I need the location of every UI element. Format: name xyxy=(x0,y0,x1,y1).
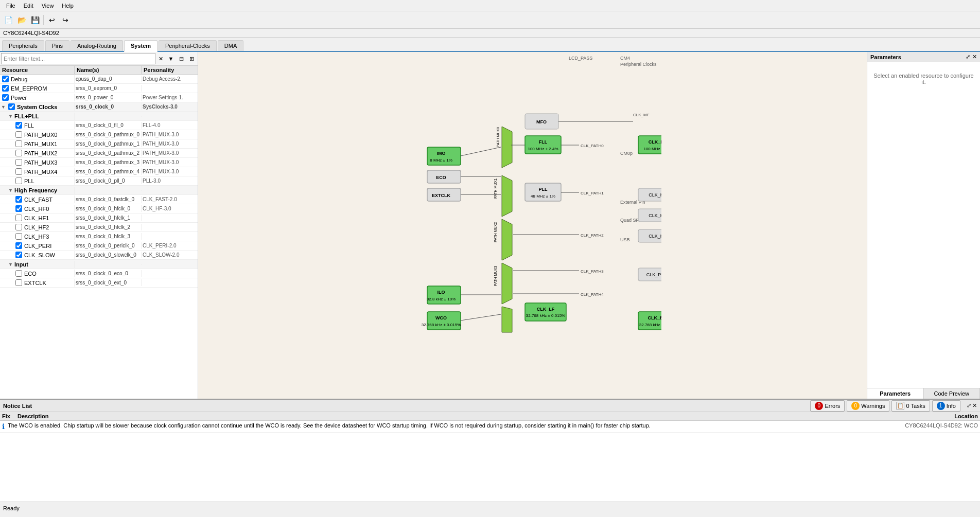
label-debug: Debug xyxy=(11,76,27,82)
check-path-mux0[interactable] xyxy=(15,131,22,138)
header-personality: Personality xyxy=(142,66,198,74)
info-button[interactable]: 1 Info xyxy=(932,400,960,412)
check-path-mux2[interactable] xyxy=(15,150,22,156)
notice-maximize[interactable]: ⤢ xyxy=(967,402,971,409)
svg-text:CM0p: CM0p xyxy=(620,151,633,156)
menu-file[interactable]: File xyxy=(2,2,20,10)
svg-text:CM4: CM4 xyxy=(620,56,630,61)
new-button[interactable]: 📄 xyxy=(2,14,14,26)
row-path-mux0[interactable]: PATH_MUX0 srss_0_clock_0_pathmux_0 PATH_… xyxy=(0,130,198,139)
check-path-mux3[interactable] xyxy=(15,159,22,166)
row-debug[interactable]: Debug cpuss_0_dap_0 Debug Access-2. xyxy=(0,75,198,84)
svg-text:CLK_HF0: CLK_HF0 xyxy=(649,139,661,145)
tab-peripherals[interactable]: Peripherals xyxy=(2,40,44,51)
row-clk-slow[interactable]: CLK_SLOW srss_0_clock_0_slowclk_0 CLK_SL… xyxy=(0,251,198,260)
check-power[interactable] xyxy=(2,94,9,101)
errors-label: Errors xyxy=(825,403,840,409)
personality-pll: PLL-3.0 xyxy=(142,177,198,184)
right-panel-maximize[interactable]: ⤢ xyxy=(966,54,970,60)
row-fll[interactable]: FLL srss_0_clock_0_fll_0 FLL-4.0 xyxy=(0,121,198,130)
row-high-frequency[interactable]: ▼ High Frequency xyxy=(0,186,198,195)
check-system-clocks[interactable] xyxy=(8,103,15,110)
svg-text:Peripheral Clocks: Peripheral Clocks xyxy=(620,62,657,67)
row-clk-hf3[interactable]: CLK_HF3 srss_0_clock_0_hfclk_3 xyxy=(0,232,198,241)
row-input[interactable]: ▼ Input xyxy=(0,260,198,269)
info-badge: 1 xyxy=(937,402,945,410)
check-extclk[interactable] xyxy=(15,279,22,286)
row-extclk[interactable]: EXTCLK srss_0_clock_0_ext_0 xyxy=(0,278,198,288)
check-clk-fast[interactable] xyxy=(15,196,22,203)
personality-path-mux4: PATH_MUX-3.0 xyxy=(142,168,198,175)
menu-help[interactable]: Help xyxy=(58,2,78,10)
check-clk-hf1[interactable] xyxy=(15,215,22,221)
right-panel-message: Select an enabled resource to configure … xyxy=(871,73,976,85)
row-eco[interactable]: ECO srss_0_clock_0_eco_0 xyxy=(0,269,198,278)
clear-filter-button[interactable]: ✕ xyxy=(155,54,166,64)
name-pll: srss_0_clock_0_pll_0 xyxy=(75,177,142,184)
check-pll[interactable] xyxy=(15,177,22,184)
row-clk-hf0[interactable]: CLK_HF0 srss_0_clock_0_hfclk_0 CLK_HF-3.… xyxy=(0,204,198,213)
name-clk-fast: srss_0_clock_0_fastclk_0 xyxy=(75,196,142,203)
svg-text:CLK_HF2: CLK_HF2 xyxy=(649,213,661,218)
name-input xyxy=(75,264,142,265)
tab-parameters[interactable]: Parameters xyxy=(867,388,924,399)
tasks-button[interactable]: 📋 0 Tasks xyxy=(891,400,930,412)
svg-text:CLK_LF: CLK_LF xyxy=(537,307,555,312)
name-path-mux0: srss_0_clock_0_pathmux_0 xyxy=(75,131,142,138)
check-clk-hf3[interactable] xyxy=(15,233,22,240)
row-path-mux2[interactable]: PATH_MUX2 srss_0_clock_0_pathmux_2 PATH_… xyxy=(0,149,198,158)
check-em-eeprom[interactable] xyxy=(2,85,9,92)
right-panel-close[interactable]: ✕ xyxy=(972,54,977,60)
menu-view[interactable]: View xyxy=(38,2,58,10)
notice-header: Notice List 0 Errors 0 Warnings 📋 0 Task… xyxy=(0,400,980,412)
tab-dma[interactable]: DMA xyxy=(218,40,243,51)
check-clk-peri[interactable] xyxy=(15,242,22,249)
row-clk-hf1[interactable]: CLK_HF1 srss_0_clock_0_hfclk_1 xyxy=(0,213,198,223)
tab-peripheral-clocks[interactable]: Peripheral-Clocks xyxy=(159,40,217,51)
tasks-label: Tasks xyxy=(911,403,925,409)
notice-close[interactable]: ✕ xyxy=(972,402,977,409)
check-path-mux4[interactable] xyxy=(15,168,22,175)
filter-options-button[interactable]: ▼ xyxy=(166,54,176,64)
errors-button[interactable]: 0 Errors xyxy=(810,400,845,412)
check-clk-hf0[interactable] xyxy=(15,205,22,212)
check-fll[interactable] xyxy=(15,122,22,129)
check-eco[interactable] xyxy=(15,270,22,277)
row-clk-hf2[interactable]: CLK_HF2 srss_0_clock_0_hfclk_2 xyxy=(0,223,198,232)
menu-edit[interactable]: Edit xyxy=(20,2,38,10)
search-input[interactable] xyxy=(1,53,155,64)
check-clk-hf2[interactable] xyxy=(15,224,22,230)
row-path-mux1[interactable]: PATH_MUX1 srss_0_clock_0_pathmux_1 PATH_… xyxy=(0,139,198,149)
tab-code-preview[interactable]: Code Preview xyxy=(924,388,981,399)
label-clk-hf0: CLK_HF0 xyxy=(24,206,49,212)
personality-clk-hf3 xyxy=(142,236,198,237)
expand-button[interactable]: ⊞ xyxy=(186,54,197,64)
row-clk-fast[interactable]: CLK_FAST srss_0_clock_0_fastclk_0 CLK_FA… xyxy=(0,195,198,204)
check-path-mux1[interactable] xyxy=(15,140,22,147)
row-path-mux3[interactable]: PATH_MUX3 srss_0_clock_0_pathmux_3 PATH_… xyxy=(0,158,198,167)
row-system-clocks[interactable]: ▼ System Clocks srss_0_clock_0 SysClocks… xyxy=(0,102,198,112)
check-debug[interactable] xyxy=(2,76,9,82)
row-power[interactable]: Power srss_0_power_0 Power Settings-1. xyxy=(0,93,198,102)
tab-system[interactable]: System xyxy=(124,40,157,52)
warnings-button[interactable]: 0 Warnings xyxy=(847,400,889,412)
row-em-eeprom[interactable]: EM_EEPROM srss_0_eeprom_0 xyxy=(0,84,198,93)
notice-location: CY8C6244LQI-S4D92: WCO xyxy=(834,422,978,429)
collapse-button[interactable]: ⊟ xyxy=(176,54,186,64)
tab-analog-routing[interactable]: Analog-Routing xyxy=(71,40,123,51)
save-button[interactable]: 💾 xyxy=(29,14,41,26)
check-clk-slow[interactable] xyxy=(15,252,22,258)
personality-high-frequency xyxy=(142,190,198,191)
row-path-mux4[interactable]: PATH_MUX4 srss_0_clock_0_pathmux_4 PATH_… xyxy=(0,167,198,176)
redo-button[interactable]: ↪ xyxy=(59,14,72,26)
row-pll[interactable]: PLL srss_0_clock_0_pll_0 PLL-3.0 xyxy=(0,176,198,186)
open-button[interactable]: 📂 xyxy=(15,14,28,26)
right-panel-content: Select an enabled resource to configure … xyxy=(867,62,980,388)
right-panel-header: Parameters ⤢ ✕ xyxy=(867,52,980,62)
undo-button[interactable]: ↩ xyxy=(46,14,58,26)
svg-text:PATH MUX3: PATH MUX3 xyxy=(494,266,497,286)
clock-diagram[interactable]: LCD_PASS CM4 Peripheral Clocks CM0p Exte… xyxy=(198,52,867,399)
tab-pins[interactable]: Pins xyxy=(45,40,69,51)
row-clk-peri[interactable]: CLK_PERI srss_0_clock_0_periclk_0 CLK_PE… xyxy=(0,241,198,251)
row-fll-pll[interactable]: ▼ FLL+PLL xyxy=(0,112,198,121)
